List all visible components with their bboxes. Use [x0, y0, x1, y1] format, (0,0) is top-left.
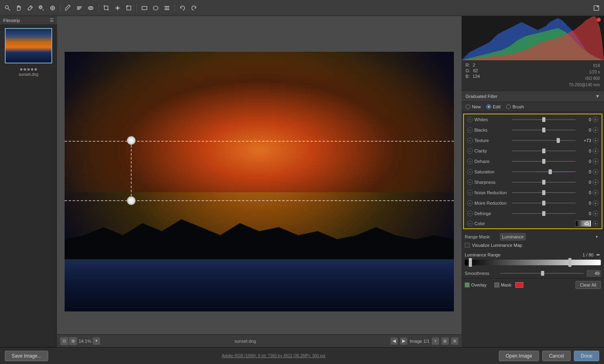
gradient-handle-top[interactable]: [127, 136, 136, 145]
save-image-button[interactable]: Save Image...: [5, 351, 48, 361]
clone-stamp-tool[interactable]: [37, 4, 46, 12]
undo-tool[interactable]: [178, 4, 187, 12]
straighten-tool[interactable]: [113, 4, 122, 12]
dehaze-slider[interactable]: [512, 157, 576, 165]
defringe-plus[interactable]: +: [593, 211, 598, 216]
saturation-slider[interactable]: [512, 168, 576, 176]
graduated-filter-tool[interactable]: [75, 4, 84, 12]
new-mode-option[interactable]: New: [466, 104, 481, 109]
defringe-thumb[interactable]: [542, 211, 545, 216]
saturation-thumb[interactable]: [549, 169, 552, 174]
sharpness-minus[interactable]: −: [467, 179, 473, 185]
next-image-button[interactable]: ▶: [400, 338, 407, 345]
texture-plus[interactable]: +: [593, 138, 598, 143]
blacks-thumb[interactable]: [542, 128, 545, 132]
range-mask-select-wrapper[interactable]: None Luminance Color Depth ▼: [500, 233, 601, 240]
redo-tool[interactable]: [189, 4, 198, 12]
whites-slider[interactable]: [512, 116, 576, 124]
done-button[interactable]: Done: [574, 351, 599, 361]
sharpness-plus[interactable]: +: [593, 179, 598, 185]
clarity-thumb[interactable]: [542, 148, 545, 153]
defringe-slider[interactable]: [512, 209, 576, 218]
panel-collapse-icon[interactable]: ▼: [595, 94, 600, 99]
sync-button[interactable]: Y: [432, 338, 439, 345]
blacks-slider[interactable]: [512, 126, 576, 134]
defringe-minus[interactable]: −: [467, 211, 473, 216]
saturation-minus[interactable]: −: [467, 169, 473, 175]
texture-minus[interactable]: −: [467, 138, 473, 143]
edit-mode-option[interactable]: Edit: [486, 104, 500, 109]
prev-image-button[interactable]: ◀: [390, 338, 398, 345]
range-mask-select[interactable]: None Luminance Color Depth: [500, 233, 526, 240]
fill-frame-icon[interactable]: ⊞: [69, 337, 77, 345]
list-tool[interactable]: [163, 4, 171, 12]
luminance-handle-left[interactable]: [469, 258, 472, 267]
texture-thumb[interactable]: [557, 138, 560, 143]
zoom-tool[interactable]: [3, 4, 12, 12]
overlay-checkbox[interactable]: [465, 283, 470, 287]
healing-tool[interactable]: [48, 4, 57, 12]
dehaze-minus[interactable]: −: [467, 159, 473, 164]
zoom-dropdown-arrow[interactable]: ▼: [93, 338, 100, 345]
new-mode-radio[interactable]: [466, 104, 470, 109]
clarity-slider[interactable]: [512, 147, 576, 155]
color-swatch[interactable]: [575, 220, 591, 227]
clear-all-button[interactable]: Clear All: [576, 281, 601, 289]
smoothness-track[interactable]: [500, 273, 584, 274]
whites-thumb[interactable]: [542, 117, 545, 122]
radial-filter-tool[interactable]: [86, 4, 95, 12]
transform-tool[interactable]: [124, 4, 133, 12]
zoom-fit-button[interactable]: ⊞: [441, 338, 449, 345]
brush-mode-radio[interactable]: [506, 104, 511, 109]
luminance-handle-right[interactable]: [568, 258, 571, 267]
highlight-clipping-warning[interactable]: [597, 18, 601, 22]
ellipse-tool[interactable]: [151, 4, 160, 12]
fit-frame-icon[interactable]: ⊡: [60, 337, 68, 345]
luminance-eyedropper-icon[interactable]: ✒: [596, 252, 601, 258]
color-minus[interactable]: −: [467, 221, 473, 226]
blacks-plus[interactable]: +: [593, 127, 598, 133]
sharpness-slider[interactable]: [512, 178, 576, 186]
moire-reduction-slider[interactable]: [512, 199, 576, 207]
filmstrip-menu-icon[interactable]: ☰: [50, 18, 54, 23]
mask-color-swatch[interactable]: [515, 282, 523, 288]
rectangle-tool[interactable]: [140, 4, 149, 12]
color-plus[interactable]: +: [593, 221, 598, 226]
settings-button[interactable]: ⚙: [451, 338, 458, 345]
cancel-button[interactable]: Cancel: [542, 351, 571, 361]
smoothness-input[interactable]: [587, 270, 601, 277]
canvas-area[interactable]: ⊡ ⊞ 14.1% ▼ sunset.dng ◀ ▶ Image 1/1 Y ⊞…: [57, 16, 462, 347]
filmstrip-thumbnail[interactable]: [5, 28, 52, 63]
saturation-plus[interactable]: +: [593, 169, 598, 175]
smoothness-thumb[interactable]: [541, 271, 544, 276]
moire-reduction-plus[interactable]: +: [593, 200, 598, 206]
dehaze-thumb[interactable]: [542, 159, 545, 164]
open-image-button[interactable]: Open Image: [499, 351, 539, 361]
sharpness-thumb[interactable]: [542, 180, 545, 185]
edit-mode-radio[interactable]: [486, 104, 491, 109]
clarity-minus[interactable]: −: [467, 148, 473, 154]
adjustment-brush-tool[interactable]: [64, 4, 73, 12]
moire-reduction-thumb[interactable]: [542, 201, 545, 205]
crop-tool[interactable]: [102, 4, 111, 12]
texture-slider[interactable]: [512, 136, 576, 144]
whites-minus[interactable]: −: [467, 117, 473, 122]
mask-checkbox[interactable]: [494, 283, 499, 287]
dehaze-plus[interactable]: +: [593, 159, 598, 164]
whites-plus[interactable]: +: [593, 117, 598, 122]
brush-mode-option[interactable]: Brush: [506, 104, 524, 109]
clarity-plus[interactable]: +: [593, 148, 598, 154]
visualize-luminance-checkbox[interactable]: [465, 243, 470, 248]
noise-reduction-plus[interactable]: +: [593, 190, 598, 195]
hand-tool[interactable]: [14, 4, 23, 12]
noise-reduction-slider[interactable]: [512, 189, 576, 197]
moire-reduction-minus[interactable]: −: [467, 200, 473, 206]
noise-reduction-minus[interactable]: −: [467, 190, 473, 195]
noise-reduction-thumb[interactable]: [542, 190, 545, 195]
color-sampler-tool[interactable]: [26, 4, 35, 12]
gradient-handle-bottom[interactable]: [127, 196, 136, 205]
blacks-minus[interactable]: −: [467, 127, 473, 133]
share-tool[interactable]: [592, 4, 601, 12]
luminance-range-track[interactable]: [465, 260, 601, 265]
clarity-track: [512, 150, 576, 151]
